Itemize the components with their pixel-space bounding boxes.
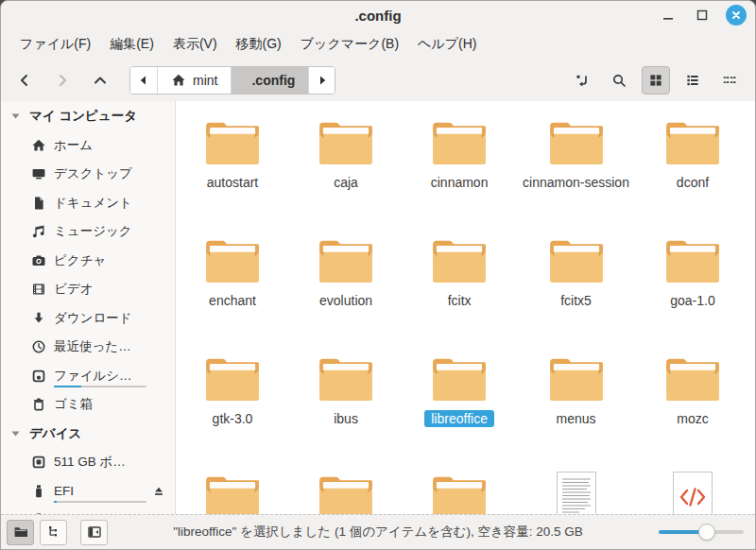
sidebar-item[interactable]: マイ コンピュータ bbox=[1, 102, 175, 131]
file-item[interactable] bbox=[403, 455, 516, 514]
forward-button[interactable] bbox=[48, 66, 77, 95]
disk-usage-bar bbox=[54, 386, 146, 387]
eject-button[interactable] bbox=[150, 511, 167, 514]
sidebar-item-label: ミュージック bbox=[54, 223, 132, 240]
hide-sidebar-icon bbox=[87, 524, 102, 540]
sidebar-item-label: マイ コンピュータ bbox=[29, 108, 137, 125]
file-item[interactable]: caja bbox=[289, 101, 403, 219]
icon-view-button[interactable] bbox=[642, 66, 670, 95]
maximize-button[interactable] bbox=[692, 5, 713, 26]
file-item-label: cinnamon-session bbox=[516, 174, 636, 191]
file-item[interactable]: mozc bbox=[636, 337, 749, 455]
sidebar-item[interactable]: デスクトップ bbox=[1, 160, 175, 189]
breadcrumb-next-button[interactable] bbox=[308, 67, 335, 94]
hide-sidebar-button[interactable] bbox=[80, 520, 108, 545]
recent-icon bbox=[31, 339, 46, 354]
file-item[interactable]: gtk-3.0 bbox=[176, 337, 289, 455]
eject-button[interactable] bbox=[150, 483, 167, 500]
file-item[interactable]: evolution bbox=[289, 219, 403, 337]
sidebar: マイ コンピュータ ホーム デスクトップ bbox=[1, 101, 176, 514]
compact-view-button[interactable] bbox=[715, 66, 744, 95]
folder-icon bbox=[430, 473, 489, 514]
sidebar-item-label: 511 GB ボ… bbox=[54, 454, 126, 471]
expander-icon bbox=[9, 426, 24, 441]
list-view-button[interactable] bbox=[679, 66, 707, 95]
view-controls bbox=[568, 66, 744, 95]
folder-icon bbox=[430, 354, 489, 404]
sidebar-item[interactable]: 最近使った… bbox=[1, 333, 175, 362]
folder-icon bbox=[430, 118, 489, 167]
file-item[interactable] bbox=[289, 455, 403, 514]
zoom-slider-handle[interactable] bbox=[698, 524, 715, 541]
sidebar-item[interactable]: EFI bbox=[1, 477, 175, 507]
file-item[interactable]: fcitx bbox=[403, 219, 516, 337]
breadcrumb-prev-button[interactable] bbox=[130, 67, 157, 94]
back-button[interactable] bbox=[10, 66, 39, 95]
menu-item[interactable]: 表示(V) bbox=[163, 31, 227, 58]
menu-item[interactable]: 編集(E) bbox=[100, 31, 163, 58]
sidebar-item[interactable]: ゴミ箱 bbox=[1, 390, 175, 420]
file-item[interactable] bbox=[516, 455, 636, 514]
show-treeview-button[interactable] bbox=[40, 520, 67, 545]
folder-icon bbox=[317, 118, 375, 167]
file-item[interactable]: cinnamon bbox=[403, 101, 516, 219]
breadcrumb-segment[interactable]: mint bbox=[157, 67, 231, 94]
file-item[interactable]: goa-1.0 bbox=[636, 219, 749, 337]
folder-icon bbox=[203, 118, 262, 167]
up-button[interactable] bbox=[86, 66, 114, 95]
file-item-label: menus bbox=[550, 410, 603, 427]
sidebar-item-label: デスクトップ bbox=[54, 165, 132, 182]
usb-icon bbox=[31, 512, 46, 514]
desktop-icon bbox=[31, 166, 46, 181]
sidebar-item[interactable]: ビデオ bbox=[1, 275, 175, 304]
toolbar: mint .config bbox=[1, 60, 755, 101]
file-item[interactable]: enchant bbox=[176, 219, 289, 337]
file-item-label: enchant bbox=[202, 292, 263, 309]
show-places-button[interactable] bbox=[7, 520, 34, 545]
menu-item[interactable]: ヘルプ(H) bbox=[408, 31, 486, 58]
folder-icon bbox=[203, 354, 262, 404]
sidebar-item[interactable]: 511 GB ボ… bbox=[1, 448, 175, 477]
window-body: マイ コンピュータ ホーム デスクトップ bbox=[1, 101, 755, 515]
eject-icon bbox=[152, 513, 165, 514]
camera-icon bbox=[31, 253, 46, 268]
menu-item[interactable]: 移動(G) bbox=[227, 31, 291, 58]
file-item[interactable] bbox=[176, 455, 289, 514]
file-item[interactable]: menus bbox=[516, 337, 636, 455]
sidebar-item[interactable]: tool bbox=[1, 506, 175, 514]
menu-item[interactable]: ファイル(F) bbox=[10, 31, 100, 58]
file-item[interactable]: fcitx5 bbox=[516, 219, 636, 337]
breadcrumb: mint .config bbox=[129, 66, 335, 95]
sidebar-item[interactable]: デバイス bbox=[1, 420, 175, 449]
minimize-button[interactable] bbox=[658, 5, 679, 26]
treeview-icon bbox=[46, 524, 61, 540]
close-button[interactable] bbox=[726, 5, 747, 26]
file-item[interactable]: dconf bbox=[636, 101, 749, 219]
usb-icon bbox=[31, 484, 46, 499]
search-button[interactable] bbox=[605, 66, 633, 95]
location-entry-button[interactable] bbox=[568, 66, 596, 95]
menu-item[interactable]: ブックマーク(B) bbox=[291, 31, 408, 58]
file-item[interactable]: cinnamon-session bbox=[516, 101, 636, 219]
file-item[interactable] bbox=[636, 455, 749, 514]
breadcrumb-segment[interactable]: .config bbox=[231, 67, 308, 94]
sidebar-item[interactable]: ダウンロード bbox=[1, 304, 175, 334]
file-item[interactable]: autostart bbox=[176, 101, 289, 219]
zoom-slider[interactable] bbox=[659, 524, 744, 541]
file-item-label: ibus bbox=[327, 410, 365, 427]
file-item[interactable]: libreoffice bbox=[403, 337, 516, 455]
sidebar-item[interactable]: ホーム bbox=[1, 131, 175, 161]
sidebar-item[interactable]: ファイルシ… bbox=[1, 362, 175, 391]
file-item-label: fcitx bbox=[441, 292, 478, 309]
sidebar-item[interactable]: ドキュメント bbox=[1, 189, 175, 218]
sidebar-item[interactable]: ピクチャ bbox=[1, 247, 175, 276]
file-item-label: libreoffice bbox=[424, 410, 494, 427]
file-item-label: fcitx5 bbox=[554, 292, 598, 309]
file-item[interactable]: ibus bbox=[289, 337, 403, 455]
location-entry-icon bbox=[575, 73, 590, 88]
sidebar-item-label: ドキュメント bbox=[54, 195, 132, 212]
titlebar[interactable]: .config bbox=[1, 1, 755, 29]
sidebar-item[interactable]: ミュージック bbox=[1, 217, 175, 247]
code-file-icon bbox=[663, 473, 722, 514]
back-icon bbox=[17, 73, 32, 88]
